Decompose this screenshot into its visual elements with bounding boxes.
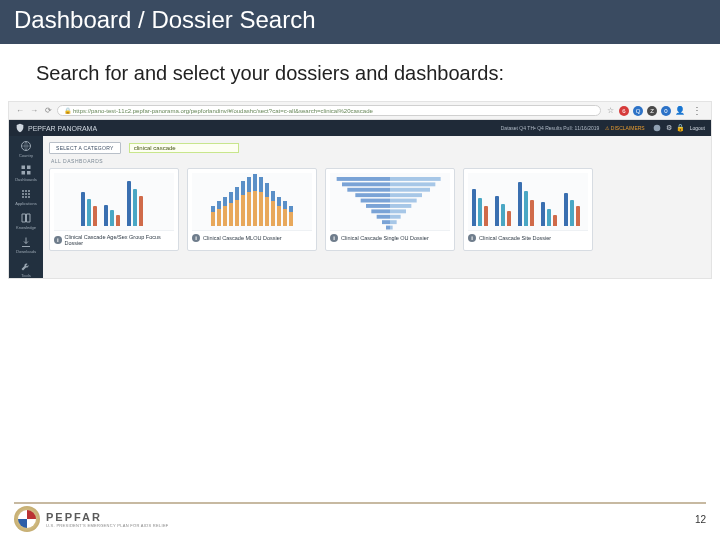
info-icon[interactable]: i xyxy=(192,234,200,242)
svg-rect-29 xyxy=(377,215,390,219)
card-chart xyxy=(468,173,588,231)
page-number: 12 xyxy=(695,514,706,525)
svg-rect-15 xyxy=(337,177,390,181)
svg-rect-5 xyxy=(27,171,31,175)
url-text: https://pano-test-11c2.pepfar-panorama.o… xyxy=(73,108,373,114)
svg-rect-20 xyxy=(390,188,430,192)
globe-icon xyxy=(20,140,32,152)
embedded-screenshot: ← → ⟳ 🔒https://pano-test-11c2.pepfar-pan… xyxy=(8,101,712,279)
slide-subtitle: Search for and select your dossiers and … xyxy=(0,44,720,95)
dataset-meta: Dataset Q4 TH• Q4 Results Pull: 11/16/20… xyxy=(501,125,600,131)
slide-title: Dashboard / Dossier Search xyxy=(0,0,720,44)
info-icon[interactable]: i xyxy=(330,234,338,242)
settings-icon[interactable]: ⚙ xyxy=(665,124,673,132)
sidebar-item-dashboards[interactable]: Dashboards xyxy=(15,164,37,182)
logout-link[interactable]: Logout xyxy=(690,125,705,131)
dashboard-card[interactable]: i Clinical Cascade MLOU Dossier xyxy=(187,168,317,251)
footer-tagline: U.S. PRESIDENT'S EMERGENCY PLAN FOR AIDS… xyxy=(46,523,169,528)
card-title: Clinical Cascade Age/Sex Group Focus Dos… xyxy=(65,234,174,246)
star-icon[interactable]: ☆ xyxy=(605,106,615,116)
profile-icon[interactable]: 👤 xyxy=(675,106,685,116)
card-title: Clinical Cascade Site Dossier xyxy=(479,235,551,241)
svg-point-11 xyxy=(28,193,30,195)
app-brand: PEPFAR PANORAMA xyxy=(28,125,97,132)
address-bar[interactable]: 🔒https://pano-test-11c2.pepfar-panorama.… xyxy=(57,105,601,116)
svg-point-13 xyxy=(25,196,27,198)
svg-rect-24 xyxy=(390,199,417,203)
svg-rect-16 xyxy=(390,177,441,181)
svg-rect-4 xyxy=(21,171,25,175)
svg-rect-17 xyxy=(342,182,390,186)
download-icon xyxy=(20,236,32,248)
lock-header-icon[interactable]: 🔒 xyxy=(677,124,685,132)
svg-rect-32 xyxy=(390,220,397,224)
app-header: PEPFAR PANORAMA Dataset Q4 TH• Q4 Result… xyxy=(9,120,711,136)
footer-brand: PEPFAR xyxy=(46,511,169,523)
search-input[interactable]: clinical cascade xyxy=(129,143,239,153)
svg-rect-26 xyxy=(390,204,411,208)
svg-rect-31 xyxy=(382,220,390,224)
svg-rect-34 xyxy=(390,226,393,230)
svg-rect-23 xyxy=(361,199,390,203)
info-icon[interactable]: i xyxy=(468,234,476,242)
ext-badge-0[interactable]: 6 xyxy=(619,106,629,116)
dashboard-card[interactable]: i Clinical Cascade Single OU Dossier xyxy=(325,168,455,251)
apps-icon xyxy=(20,188,32,200)
book-icon xyxy=(20,212,32,224)
wrench-icon xyxy=(20,260,32,272)
forward-icon[interactable]: → xyxy=(29,106,39,116)
ext-badge-1[interactable]: Q xyxy=(633,106,643,116)
kebab-icon[interactable]: ⋮ xyxy=(689,106,705,116)
svg-rect-3 xyxy=(27,166,31,170)
card-title: Clinical Cascade MLOU Dossier xyxy=(203,235,282,241)
sidebar-item-country[interactable]: Country xyxy=(19,140,33,158)
card-title: Clinical Cascade Single OU Dossier xyxy=(341,235,429,241)
svg-rect-22 xyxy=(390,193,422,197)
svg-rect-25 xyxy=(366,204,390,208)
info-icon[interactable]: i xyxy=(54,236,62,244)
svg-rect-33 xyxy=(386,226,390,230)
lock-icon: 🔒 xyxy=(64,108,71,114)
svg-rect-21 xyxy=(355,193,390,197)
sidebar-item-knowledge[interactable]: Knowledge xyxy=(16,212,36,230)
section-label: ALL DASHBOARDS xyxy=(51,158,705,164)
card-chart xyxy=(54,173,174,231)
svg-rect-19 xyxy=(347,188,390,192)
main-panel: SELECT A CATEGORY clinical cascade ALL D… xyxy=(43,136,711,278)
dashboard-card[interactable]: i Clinical Cascade Age/Sex Group Focus D… xyxy=(49,168,179,251)
svg-point-12 xyxy=(22,196,24,198)
sidebar: Country Dashboards Applications Knowledg… xyxy=(9,136,43,278)
svg-rect-27 xyxy=(371,209,390,213)
back-icon[interactable]: ← xyxy=(15,106,25,116)
info-icon[interactable] xyxy=(653,124,661,132)
pepfar-seal-icon xyxy=(14,506,40,532)
svg-rect-28 xyxy=(390,209,406,213)
grid-icon xyxy=(20,164,32,176)
sidebar-item-applications[interactable]: Applications xyxy=(15,188,37,206)
svg-point-14 xyxy=(28,196,30,198)
shield-icon xyxy=(15,123,25,133)
disclaimer-link[interactable]: ⚠ DISCLAIMERS xyxy=(605,125,644,131)
svg-point-8 xyxy=(28,190,30,192)
svg-rect-18 xyxy=(390,182,435,186)
sidebar-item-tools[interactable]: Tools xyxy=(20,260,32,278)
card-chart xyxy=(330,173,450,231)
svg-point-9 xyxy=(22,193,24,195)
sidebar-item-downloads[interactable]: Downloads xyxy=(16,236,36,254)
slide-footer: PEPFAR U.S. PRESIDENT'S EMERGENCY PLAN F… xyxy=(0,506,720,532)
ext-badge-2[interactable]: Z xyxy=(647,106,657,116)
svg-rect-2 xyxy=(21,166,25,170)
select-category-button[interactable]: SELECT A CATEGORY xyxy=(49,142,121,154)
dashboard-card[interactable]: i Clinical Cascade Site Dossier xyxy=(463,168,593,251)
dashboard-cards: i Clinical Cascade Age/Sex Group Focus D… xyxy=(49,168,705,251)
svg-point-6 xyxy=(22,190,24,192)
svg-point-0 xyxy=(653,125,660,132)
browser-toolbar: ← → ⟳ 🔒https://pano-test-11c2.pepfar-pan… xyxy=(9,102,711,120)
svg-point-10 xyxy=(25,193,27,195)
svg-point-7 xyxy=(25,190,27,192)
card-chart xyxy=(192,173,312,231)
reload-icon[interactable]: ⟳ xyxy=(43,106,53,116)
svg-rect-30 xyxy=(390,215,401,219)
ext-badge-3[interactable]: 0 xyxy=(661,106,671,116)
